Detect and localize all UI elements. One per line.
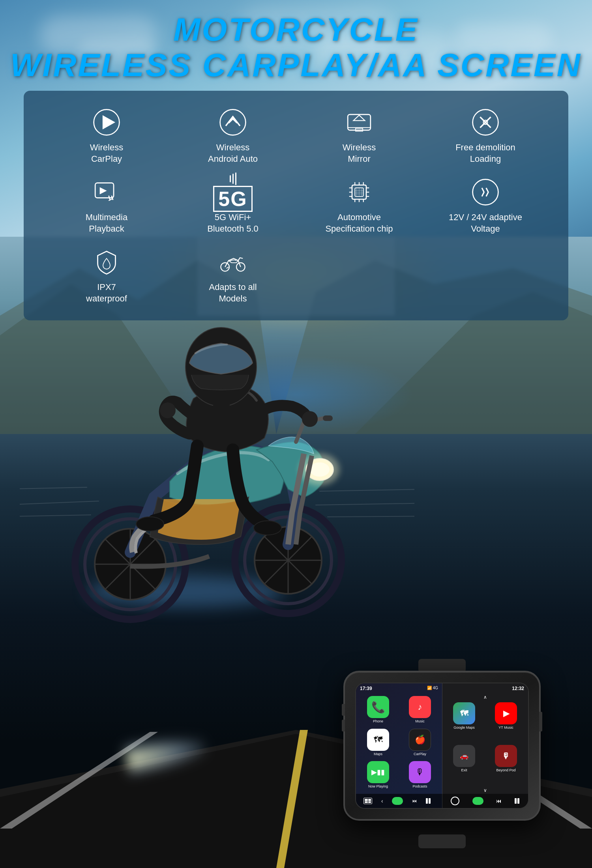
svg-rect-68 <box>323 415 333 421</box>
voltage-icon <box>470 176 501 208</box>
svg-point-2 <box>220 110 246 135</box>
feature-voltage: 12V / 24V adaptiveVoltage <box>426 176 545 234</box>
app-exit[interactable]: 🚗 Exit <box>444 745 484 785</box>
svg-point-70 <box>302 411 318 427</box>
svg-line-13 <box>109 196 110 200</box>
svg-rect-74 <box>213 402 230 414</box>
svg-rect-16 <box>94 200 114 202</box>
chip-label: AutomotiveSpecification chip <box>325 212 393 234</box>
screen-android-auto: 12:32 ∧ 🗺 Google Maps ▶ YT Music <box>442 683 528 808</box>
tools-icon <box>470 107 501 138</box>
side-button-1[interactable] <box>342 704 345 716</box>
feature-free-demolition: Free demolitionLoading <box>426 107 545 165</box>
mount-bottom <box>418 834 466 848</box>
svg-marker-12 <box>100 188 106 193</box>
back-button[interactable]: ‹ <box>381 798 383 804</box>
svg-point-37 <box>473 180 498 205</box>
mirror-label: WirelessMirror <box>343 142 376 165</box>
5g-icon: 5G <box>217 176 249 208</box>
feature-android-auto: WirelessAndroid Auto <box>174 107 292 165</box>
svg-point-69 <box>160 402 176 418</box>
skip-right[interactable]: ⏮ <box>496 798 502 804</box>
device-outer: 17:39 📶 4G 📞 Phone ♪ Music <box>343 671 541 821</box>
skip-button[interactable]: ⏮ <box>412 798 417 804</box>
apps-grid-left: 📞 Phone ♪ Music 🗺 Maps 🍎 <box>356 694 442 794</box>
features-panel: WirelessCarPlay WirelessAndroid Auto <box>24 91 568 320</box>
side-button-3[interactable] <box>539 712 542 731</box>
waterproof-label: IPX7waterproof <box>86 282 127 304</box>
time-left: 17:39 <box>360 686 372 691</box>
free-demolition-label: Free demolitionLoading <box>455 142 515 165</box>
app-podcasts[interactable]: 🎙 Podcasts <box>400 761 440 791</box>
grid-icon[interactable] <box>363 798 372 804</box>
svg-line-80 <box>320 489 414 491</box>
svg-line-76 <box>20 515 91 517</box>
app-music[interactable]: ♪ Music <box>400 696 440 726</box>
motorcycle-rider <box>20 268 414 643</box>
multimedia-label: MultimediaPlayback <box>86 212 127 234</box>
motorcycle-icon <box>217 246 249 278</box>
app-carplay[interactable]: 🍎 CarPlay <box>400 729 440 759</box>
device-mockup: 17:39 📶 4G 📞 Phone ♪ Music <box>343 671 541 836</box>
chip-icon <box>343 176 375 208</box>
status-bar-right: 12:32 <box>442 683 528 694</box>
feature-automotive-chip: AutomotiveSpecification chip <box>300 176 418 234</box>
feature-5g-wifi: 5G 5G WiFi+Bluetooth 5.0 <box>174 176 292 234</box>
carplay-label: WirelessCarPlay <box>90 142 123 165</box>
all-models-label: Adapts to allModels <box>209 282 257 304</box>
app-maps[interactable]: 🗺 Maps <box>358 729 398 759</box>
signal-left: 📶 4G <box>427 686 438 691</box>
app-phone[interactable]: 📞 Phone <box>358 696 398 726</box>
5g-text: 5G <box>213 186 252 212</box>
svg-point-71 <box>136 517 164 531</box>
app-google-maps[interactable]: 🗺 Google Maps <box>444 702 484 743</box>
spotify-icon[interactable] <box>392 797 403 805</box>
svg-line-77 <box>20 487 87 489</box>
feature-wireless-carplay: WirelessCarPlay <box>47 107 166 165</box>
pause-right[interactable] <box>515 798 519 804</box>
apps-grid-right: 🗺 Google Maps ▶ YT Music 🚗 Exit <box>442 701 528 787</box>
svg-marker-1 <box>103 116 114 129</box>
main-title-line2: WIRELESS CARPLAY/AA SCREEN <box>0 47 592 83</box>
bottom-bar-right: ⏮ <box>442 794 528 808</box>
screen-divider <box>442 683 442 808</box>
multimedia-icon <box>91 176 122 208</box>
title-section: MOTORCYCLE WIRELESS CARPLAY/AA SCREEN <box>0 12 592 83</box>
svg-point-72 <box>254 521 281 535</box>
feature-multimedia: MultimediaPlayback <box>47 176 166 234</box>
feature-waterproof: IPX7waterproof <box>47 246 166 304</box>
status-bar-left: 17:39 📶 4G <box>356 683 442 694</box>
pause-icon[interactable] <box>426 798 435 804</box>
voltage-label: 12V / 24V adaptiveVoltage <box>449 212 522 234</box>
side-button-2[interactable] <box>342 720 345 731</box>
time-right: 12:32 <box>512 686 524 691</box>
spotify-right[interactable] <box>472 797 483 805</box>
app-now-playing[interactable]: ▶▮▮ Now Playing <box>358 761 398 791</box>
main-title-line1: MOTORCYCLE <box>0 12 592 47</box>
svg-marker-6 <box>354 115 365 121</box>
home-button[interactable] <box>451 797 459 805</box>
scroll-down[interactable]: ∨ <box>442 787 528 794</box>
device-screen: 17:39 📶 4G 📞 Phone ♪ Music <box>355 683 529 809</box>
waterproof-icon <box>91 246 122 278</box>
feature-wireless-mirror: WirelessMirror <box>300 107 418 165</box>
android-auto-icon <box>217 107 249 138</box>
5g-label: 5G WiFi+Bluetooth 5.0 <box>207 212 259 234</box>
app-yt-music[interactable]: ▶ YT Music <box>486 702 526 743</box>
app-beyond-pod[interactable]: 🎙 Beyond Pod <box>486 745 526 785</box>
svg-line-79 <box>328 516 414 517</box>
feature-all-models: Adapts to allModels <box>174 246 292 304</box>
screen-carplay: 17:39 📶 4G 📞 Phone ♪ Music <box>356 683 442 808</box>
features-grid: WirelessCarPlay WirelessAndroid Auto <box>47 107 545 305</box>
mirror-icon <box>343 107 375 138</box>
svg-line-75 <box>20 501 99 505</box>
android-auto-label: WirelessAndroid Auto <box>208 142 258 165</box>
bottom-bar-left: ‹ ⏮ <box>356 794 442 808</box>
svg-line-78 <box>316 503 414 505</box>
scroll-up[interactable]: ∧ <box>442 694 528 701</box>
carplay-icon <box>91 107 122 138</box>
